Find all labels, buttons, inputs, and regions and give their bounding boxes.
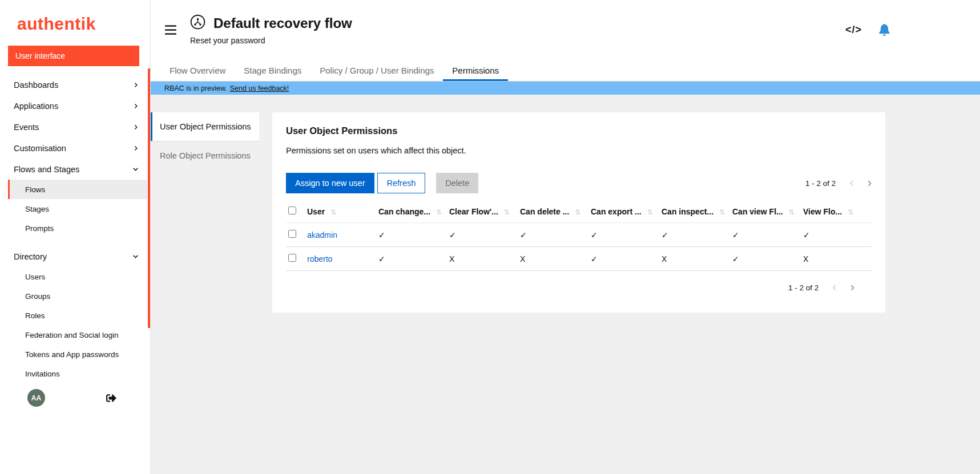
sidebar-item-applications[interactable]: Applications [0, 95, 150, 116]
header-icons: </> [845, 24, 980, 36]
directory-children: Users Groups Roles Federation and Social… [0, 267, 150, 383]
pagination-next-icon[interactable]: › [850, 281, 854, 294]
permission-value: ✓ [730, 223, 801, 247]
table-row: roberto ✓ X X ✓ X ✓ X [286, 247, 872, 271]
sort-icon[interactable]: ⇅ [789, 208, 795, 216]
sidebar-item-invitations[interactable]: Invitations [8, 364, 147, 383]
sort-icon[interactable]: ⇅ [436, 208, 442, 216]
sidebar-item-flows-and-stages[interactable]: Flows and Stages [0, 159, 150, 180]
select-all-checkbox[interactable] [288, 206, 296, 214]
sidebar-item-directory[interactable]: Directory [0, 246, 150, 267]
chevron-down-icon [132, 253, 139, 260]
sidebar-item-flows[interactable]: Flows [8, 180, 147, 199]
pagination-top: 1 - 2 of 2 ‹ › [805, 177, 872, 189]
column-label: Can inspect... [662, 207, 713, 216]
banner-text: RBAC is in preview. [164, 84, 227, 92]
permissions-subnav: User Object Permissions Role Object Perm… [151, 112, 259, 170]
nav-label: Directory [14, 252, 47, 261]
permission-value: X [801, 247, 872, 271]
avatar[interactable]: AA [27, 389, 45, 407]
toolbar: Assign to new user Refresh Delete 1 - 2 … [286, 173, 872, 193]
permission-value: ✓ [801, 223, 872, 247]
user-interface-button[interactable]: User interface [8, 46, 139, 66]
sort-icon[interactable]: ⇅ [719, 208, 725, 216]
nav-label: Dashboards [14, 80, 58, 90]
column-header-can-change[interactable]: Can change...⇅ [376, 200, 447, 223]
permission-value: ✓ [376, 247, 447, 271]
content-area: User Object Permissions Role Object Perm… [151, 95, 980, 474]
sidebar-item-users[interactable]: Users [8, 267, 147, 286]
column-header-view-flow[interactable]: View Flo...⇅ [801, 200, 872, 223]
row-checkbox[interactable] [288, 230, 296, 238]
permission-value: ✓ [376, 223, 447, 247]
tab-permissions[interactable]: Permissions [443, 59, 508, 81]
permissions-table: User⇅ Can change...⇅ Clear Flow'...⇅ Can… [286, 200, 872, 271]
column-header-can-view[interactable]: Can view Fl...⇅ [730, 200, 801, 223]
flow-icon [190, 14, 205, 32]
sidebar-item-groups[interactable]: Groups [8, 286, 147, 306]
user-link[interactable]: roberto [307, 254, 332, 264]
column-header-can-export[interactable]: Can export ...⇅ [588, 200, 659, 223]
permission-value: X [659, 247, 730, 271]
table-row: akadmin ✓ ✓ ✓ ✓ ✓ ✓ ✓ [286, 223, 872, 247]
sidebar-item-prompts[interactable]: Prompts [8, 218, 147, 238]
delete-button[interactable]: Delete [436, 173, 478, 193]
pagination-next-icon[interactable]: › [868, 177, 872, 189]
nav-label: Customisation [14, 144, 66, 153]
sidebar-item-customisation[interactable]: Customisation [0, 137, 150, 159]
permission-value: ✓ [518, 223, 588, 247]
tab-stage-bindings[interactable]: Stage Bindings [235, 59, 310, 81]
user-link[interactable]: akadmin [307, 230, 337, 240]
sidebar-item-events[interactable]: Events [0, 116, 150, 137]
pagination-prev-icon[interactable]: ‹ [849, 177, 853, 189]
menu-toggle-button[interactable] [165, 25, 176, 35]
authentik-logo: authentik [17, 14, 150, 34]
column-header-can-inspect[interactable]: Can inspect...⇅ [659, 200, 730, 223]
tab-bar: Flow Overview Stage Bindings Policy / Gr… [151, 59, 980, 82]
permission-value: ✓ [659, 223, 730, 247]
column-header-clear-flow[interactable]: Clear Flow'...⇅ [447, 200, 518, 223]
sidebar-item-tokens-app-passwords[interactable]: Tokens and App passwords [8, 345, 147, 364]
column-label: Can export ... [591, 207, 642, 216]
column-header-can-delete[interactable]: Can delete ...⇅ [518, 200, 588, 223]
permission-value: ✓ [447, 223, 518, 247]
permission-value: X [518, 247, 588, 271]
sidebar-item-stages[interactable]: Stages [8, 199, 147, 218]
title-block: Default recovery flow Reset your passwor… [190, 14, 352, 45]
nav-label: Applications [14, 102, 58, 111]
column-label: Can view Fl... [732, 207, 783, 216]
tab-policy-group-user-bindings[interactable]: Policy / Group / User Bindings [310, 59, 443, 81]
sort-icon[interactable]: ⇅ [575, 208, 580, 216]
column-label: Clear Flow'... [449, 207, 498, 216]
notifications-bell-icon[interactable] [879, 24, 890, 36]
permission-value: X [447, 247, 518, 271]
pagination-bottom: 1 - 2 of 2 ‹ › [286, 281, 872, 294]
refresh-button[interactable]: Refresh [377, 173, 426, 193]
permission-value: ✓ [588, 247, 659, 271]
sidebar-item-federation-social-login[interactable]: Federation and Social login [8, 325, 147, 345]
table-header-row: User⇅ Can change...⇅ Clear Flow'...⇅ Can… [286, 200, 872, 223]
sort-icon[interactable]: ⇅ [848, 208, 853, 216]
sort-icon[interactable]: ⇅ [330, 208, 336, 216]
feedback-link[interactable]: Send us feedback! [230, 84, 289, 92]
tab-flow-overview[interactable]: Flow Overview [160, 59, 235, 81]
sidebar-item-roles[interactable]: Roles [8, 306, 147, 325]
subnav-role-object-permissions[interactable]: Role Object Permissions [151, 141, 259, 170]
page-title: Default recovery flow [213, 15, 352, 31]
assign-to-new-user-button[interactable]: Assign to new user [286, 173, 374, 193]
logout-icon[interactable] [106, 393, 117, 403]
sort-icon[interactable]: ⇅ [504, 208, 510, 216]
column-header-user[interactable]: User⇅ [305, 200, 376, 223]
api-code-icon[interactable]: </> [845, 24, 862, 36]
sidebar-item-dashboards[interactable]: Dashboards [0, 74, 150, 95]
pagination-prev-icon[interactable]: ‹ [832, 281, 836, 294]
permission-value: ✓ [730, 247, 801, 271]
row-checkbox[interactable] [288, 254, 296, 262]
page-header: Default recovery flow Reset your passwor… [151, 0, 980, 59]
sort-icon[interactable]: ⇅ [647, 208, 653, 216]
nav-label: Events [14, 123, 39, 132]
sidebar-scrollbar[interactable] [148, 68, 150, 328]
subnav-user-object-permissions[interactable]: User Object Permissions [151, 112, 259, 141]
panel-title: User Object Permissions [286, 125, 872, 136]
chevron-right-icon [133, 145, 139, 151]
